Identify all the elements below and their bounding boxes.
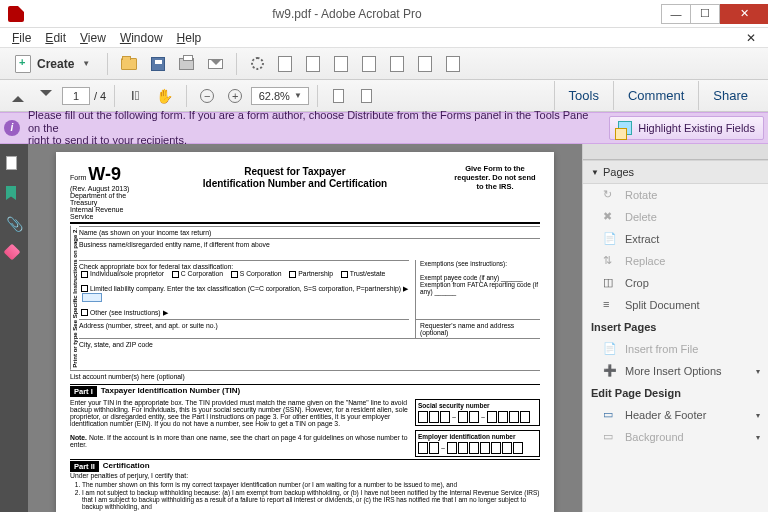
item-replace[interactable]: ⇅Replace	[583, 250, 768, 272]
page-total: / 4	[94, 90, 106, 102]
tool-7-button[interactable]	[441, 52, 465, 76]
pdf-page: Form W-9 (Rev. August 2013) Department o…	[56, 152, 554, 512]
hand-icon: ✋	[156, 88, 173, 104]
create-icon	[15, 55, 31, 73]
open-button[interactable]	[116, 52, 142, 76]
doc-icon	[334, 56, 348, 72]
item-split[interactable]: ≡Split Document	[583, 294, 768, 316]
tool-6-button[interactable]	[413, 52, 437, 76]
replace-icon: ⇅	[603, 254, 617, 268]
crop-icon: ◫	[603, 276, 617, 290]
tool-5-button[interactable]	[385, 52, 409, 76]
tools-link[interactable]: Tools	[554, 81, 613, 110]
rpanel-header	[583, 144, 768, 160]
arrow-down-icon	[40, 90, 52, 102]
extract-icon: 📄	[603, 232, 617, 246]
page-number-input[interactable]: 1	[62, 87, 90, 105]
toolbar-main: Create ▼	[0, 48, 768, 80]
section-edit-design: Edit Page Design	[583, 382, 768, 404]
item-delete[interactable]: ✖Delete	[583, 206, 768, 228]
tools-pane: ▼Pages ↻Rotate ✖Delete 📄Extract ⇅Replace…	[582, 144, 768, 512]
form-fill-message: Please fill out the following form. If y…	[28, 109, 601, 147]
item-more-insert[interactable]: ➕More Insert Options▾	[583, 360, 768, 382]
settings-button[interactable]	[245, 52, 269, 76]
item-background[interactable]: ▭Background▾	[583, 426, 768, 448]
save-icon	[151, 57, 165, 71]
nav-strip: 📎	[0, 144, 28, 512]
minus-icon: −	[200, 89, 214, 103]
reader-icon	[361, 89, 372, 103]
background-icon: ▭	[603, 430, 617, 444]
doc-icon	[446, 56, 460, 72]
gear-icon	[251, 57, 264, 70]
save-button[interactable]	[146, 52, 170, 76]
item-extract[interactable]: 📄Extract	[583, 228, 768, 250]
zoom-out-button[interactable]: −	[195, 84, 219, 108]
header-footer-icon: ▭	[603, 408, 617, 422]
doc-icon	[390, 56, 404, 72]
info-icon: i	[4, 120, 20, 136]
menubar: File Edit View Window Help ✕	[0, 28, 768, 48]
tool-2-button[interactable]	[301, 52, 325, 76]
form-fill-bar: i Please fill out the following form. If…	[0, 112, 768, 144]
doc-close-icon[interactable]: ✕	[740, 31, 762, 45]
doc-icon	[278, 56, 292, 72]
section-insert: Insert Pages	[583, 316, 768, 338]
plus-icon: +	[228, 89, 242, 103]
item-rotate[interactable]: ↻Rotate	[583, 184, 768, 206]
doc-icon	[418, 56, 432, 72]
delete-icon: ✖	[603, 210, 617, 224]
app-icon	[8, 6, 24, 22]
print-button[interactable]	[174, 52, 199, 76]
create-button[interactable]: Create ▼	[6, 52, 99, 76]
tags-icon[interactable]	[6, 246, 22, 262]
comment-link[interactable]: Comment	[613, 81, 698, 110]
highlight-swatch-icon	[618, 121, 632, 135]
tool-links: Tools Comment Share	[554, 81, 762, 110]
highlight-label: Highlight Existing Fields	[638, 122, 755, 134]
prev-page-button[interactable]	[6, 84, 30, 108]
email-button[interactable]	[203, 52, 228, 76]
next-page-button[interactable]	[34, 84, 58, 108]
item-insert-file[interactable]: 📄Insert from File	[583, 338, 768, 360]
thumbnails-icon[interactable]	[6, 156, 22, 172]
zoom-in-button[interactable]: +	[223, 84, 247, 108]
print-icon	[179, 58, 194, 70]
attachments-icon[interactable]: 📎	[6, 216, 22, 232]
fit-page-button[interactable]	[326, 84, 350, 108]
bookmarks-icon[interactable]	[6, 186, 22, 202]
highlight-fields-button[interactable]: Highlight Existing Fields	[609, 116, 764, 140]
menu-view[interactable]: View	[74, 29, 112, 47]
main-area: 📎 Form W-9 (Rev. August 2013) Department…	[0, 144, 768, 512]
menu-window[interactable]: Window	[114, 29, 169, 47]
tool-1-button[interactable]	[273, 52, 297, 76]
zoom-input[interactable]: 62.8%▼	[251, 87, 309, 105]
arrow-up-icon	[12, 90, 24, 102]
select-tool[interactable]: I⃒	[123, 84, 147, 108]
window-title: fw9.pdf - Adobe Acrobat Pro	[32, 7, 662, 21]
page-fit-icon	[333, 89, 344, 103]
item-crop[interactable]: ◫Crop	[583, 272, 768, 294]
create-label: Create	[37, 57, 74, 71]
tool-3-button[interactable]	[329, 52, 353, 76]
document-viewport[interactable]: Form W-9 (Rev. August 2013) Department o…	[28, 144, 582, 512]
chevron-down-icon: ▼	[82, 59, 90, 68]
more-insert-icon: ➕	[603, 364, 617, 378]
section-pages[interactable]: ▼Pages	[583, 160, 768, 184]
item-header-footer[interactable]: ▭Header & Footer▾	[583, 404, 768, 426]
toolbar-nav: 1 / 4 I⃒ ✋ − + 62.8%▼ Tools Comment Shar…	[0, 80, 768, 112]
split-icon: ≡	[603, 298, 617, 312]
share-link[interactable]: Share	[698, 81, 762, 110]
minimize-button[interactable]: —	[661, 4, 691, 24]
folder-icon	[121, 58, 137, 70]
doc-icon	[362, 56, 376, 72]
menu-file[interactable]: File	[6, 29, 37, 47]
insert-file-icon: 📄	[603, 342, 617, 356]
menu-edit[interactable]: Edit	[39, 29, 72, 47]
menu-help[interactable]: Help	[171, 29, 208, 47]
close-button[interactable]: ✕	[720, 4, 768, 24]
maximize-button[interactable]: ☐	[690, 4, 720, 24]
tool-4-button[interactable]	[357, 52, 381, 76]
hand-tool[interactable]: ✋	[151, 84, 178, 108]
reader-mode-button[interactable]	[354, 84, 378, 108]
